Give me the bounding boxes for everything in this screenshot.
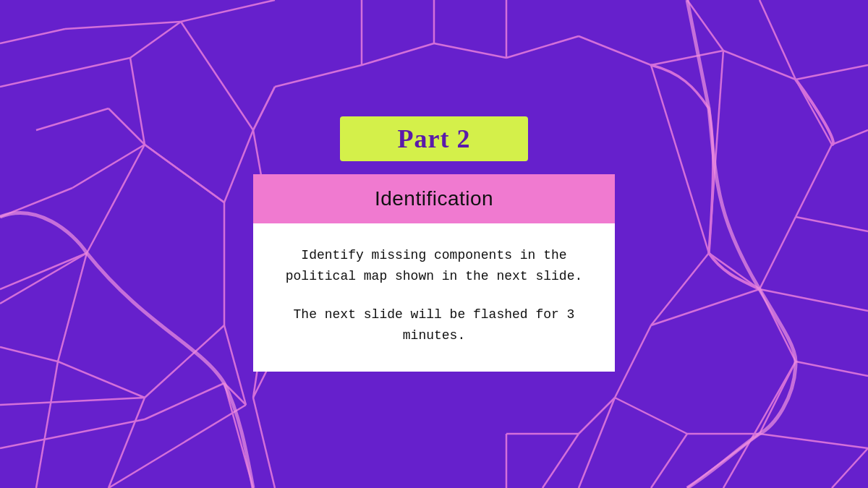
card-body: Identify missing components in the polit…: [253, 223, 615, 371]
part-badge: Part 2: [340, 116, 529, 161]
card-paragraph-2: The next slide will be flashed for 3 min…: [282, 304, 586, 346]
card-header-title: Identification: [375, 187, 493, 210]
card-paragraph-1: Identify missing components in the polit…: [282, 245, 586, 287]
part-badge-text: Part 2: [398, 124, 471, 153]
content-wrapper: Part 2 Identification Identify missing c…: [0, 0, 868, 488]
card-header: Identification: [253, 174, 615, 223]
card: Identification Identify missing componen…: [253, 174, 615, 371]
